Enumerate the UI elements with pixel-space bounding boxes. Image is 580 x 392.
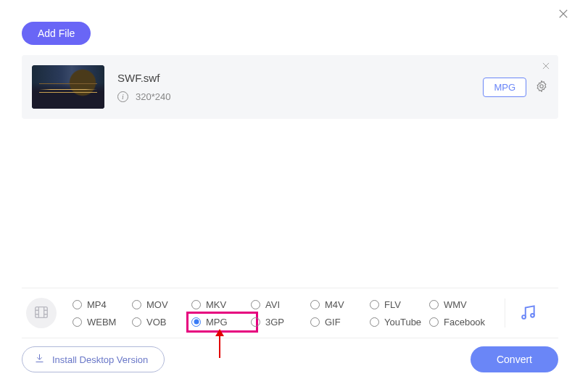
- audio-category-button[interactable]: [518, 303, 537, 324]
- format-option-label: AVI: [265, 299, 280, 310]
- radio-icon: [72, 300, 82, 309]
- add-file-button[interactable]: Add File: [22, 22, 91, 45]
- video-category-button[interactable]: [26, 298, 57, 328]
- radio-icon: [370, 317, 379, 327]
- close-icon: [541, 62, 551, 73]
- format-option-youtube[interactable]: YouTube: [370, 317, 429, 328]
- info-icon[interactable]: i: [117, 91, 128, 102]
- file-resolution: 320*240: [136, 91, 170, 102]
- radio-icon: [370, 300, 379, 309]
- format-option-label: FLV: [384, 299, 401, 310]
- format-option-label: GIF: [325, 317, 341, 328]
- svg-rect-1: [36, 306, 48, 317]
- format-option-avi[interactable]: AVI: [251, 299, 310, 310]
- radio-icon: [132, 300, 141, 309]
- file-meta: i 320*240: [117, 91, 483, 102]
- film-icon: [33, 304, 49, 322]
- file-thumbnail: [32, 65, 104, 109]
- format-option-label: MP4: [87, 299, 107, 310]
- format-option-label: MKV: [206, 299, 226, 310]
- svg-point-3: [531, 313, 534, 317]
- radio-icon: [251, 300, 260, 309]
- radio-icon: [191, 317, 201, 327]
- radio-icon: [310, 300, 320, 309]
- settings-button[interactable]: [535, 80, 548, 95]
- separator: [505, 299, 505, 328]
- format-option-label: YouTube: [384, 317, 421, 328]
- format-option-mkv[interactable]: MKV: [191, 299, 251, 310]
- format-option-gif[interactable]: GIF: [310, 317, 370, 328]
- format-option-mov[interactable]: MOV: [132, 299, 191, 310]
- format-option-label: Facebook: [444, 317, 485, 328]
- radio-icon: [132, 317, 141, 327]
- target-format-label: MPG: [494, 82, 515, 93]
- radio-icon: [251, 317, 260, 327]
- file-name: SWF.swf: [117, 72, 483, 84]
- format-option-label: MPG: [206, 317, 228, 328]
- svg-point-0: [540, 84, 544, 88]
- format-option-label: MOV: [146, 299, 168, 310]
- svg-point-2: [522, 315, 526, 319]
- add-file-label: Add File: [38, 28, 75, 39]
- format-option-label: 3GP: [265, 317, 284, 328]
- radio-icon: [72, 317, 82, 327]
- file-info: SWF.swf i 320*240: [117, 72, 483, 102]
- close-window-button[interactable]: [557, 7, 570, 22]
- formats-grid: MP4MOVMKVAVIM4VFLVWMVWEBMVOBMPG3GPGIFYou…: [72, 296, 489, 330]
- format-option-mpg[interactable]: MPG: [189, 314, 255, 330]
- remove-file-button[interactable]: [541, 61, 551, 73]
- install-desktop-button[interactable]: Install Desktop Version: [22, 346, 165, 372]
- format-option-facebook[interactable]: Facebook: [429, 317, 489, 328]
- close-icon: [557, 12, 570, 22]
- install-desktop-label: Install Desktop Version: [52, 354, 148, 365]
- music-icon: [518, 313, 537, 324]
- radio-icon: [429, 300, 439, 309]
- convert-button[interactable]: Convert: [471, 346, 558, 372]
- format-option-webm[interactable]: WEBM: [72, 317, 132, 328]
- format-option-wmv[interactable]: WMV: [429, 299, 489, 310]
- format-option-vob[interactable]: VOB: [132, 317, 191, 328]
- format-option-label: WEBM: [87, 317, 116, 328]
- radio-icon: [191, 300, 201, 309]
- format-option-flv[interactable]: FLV: [370, 299, 429, 310]
- format-option-mp4[interactable]: MP4: [72, 299, 132, 310]
- format-option-label: WMV: [444, 299, 467, 310]
- format-bar: MP4MOVMKVAVIM4VFLVWMVWEBMVOBMPG3GPGIFYou…: [22, 288, 558, 338]
- bottom-bar: Install Desktop Version Convert: [22, 346, 558, 372]
- format-option-label: M4V: [325, 299, 344, 310]
- radio-icon: [310, 317, 320, 327]
- gear-icon: [535, 84, 548, 95]
- radio-icon: [429, 317, 439, 327]
- target-format-badge[interactable]: MPG: [483, 78, 526, 97]
- format-option-m4v[interactable]: M4V: [310, 299, 370, 310]
- format-option-label: VOB: [146, 317, 166, 328]
- download-icon: [34, 353, 45, 366]
- convert-label: Convert: [497, 354, 532, 365]
- format-option-3gp[interactable]: 3GP: [251, 317, 310, 328]
- file-card: SWF.swf i 320*240 MPG: [22, 55, 558, 119]
